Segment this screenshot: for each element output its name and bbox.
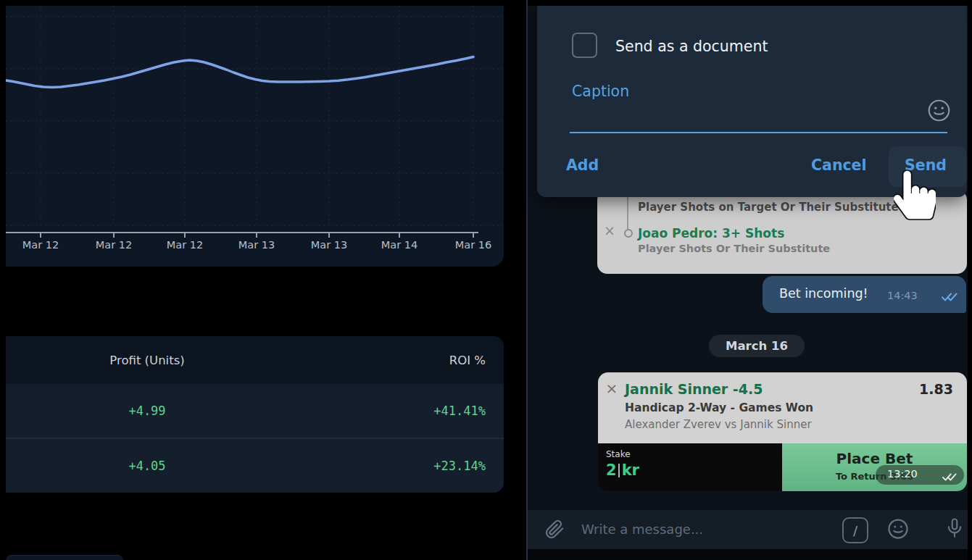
screenshot-root: Mar 12 Mar 12 Mar 12 Mar 13 Mar 13 Mar 1… [0,0,972,560]
stake-input[interactable]: 2kr [606,461,639,479]
emoji-icon[interactable] [927,99,951,125]
x-tick-label: Mar 12 [167,239,203,251]
chart-line-series [6,57,473,88]
roi-column-header: ROI % [449,336,486,384]
stake-label: Stake [606,449,631,459]
selection-odds: 1.83 [919,381,953,397]
message-time: 13:20 [887,468,918,480]
market-name: Handicap 2-Way - Games Won [625,401,813,414]
line-chart [6,6,504,267]
x-tick-label: Mar 16 [455,239,491,251]
message-time-pill: 13:20 [876,465,964,485]
message-text: Bet incoming! [779,286,868,301]
read-checks-icon [942,470,957,484]
remove-selection-icon[interactable]: × [605,382,618,395]
fixture-name: Alexander Zverev vs Jannik Sinner [625,418,812,431]
x-tick-label: Mar 14 [381,239,418,251]
bet-slip-selection-section: × Jannik Sinner -4.5 1.83 Handicap 2-Way… [598,372,967,443]
leg-subtitle: Player Shots on Target Or Their Substitu… [638,201,899,214]
bot-commands-icon[interactable]: / [842,517,868,543]
outgoing-message-bubble: Bet incoming! 14:43 [763,276,966,313]
table-row: +4.99 +41.41% [6,384,504,439]
stats-table-header: Profit (Units) ROI % [6,336,504,384]
x-tick-label: Mar 12 [22,239,59,251]
add-button[interactable]: Add [566,156,599,174]
roi-value: +23.14% [433,439,486,493]
message-time: 14:43 [887,290,918,301]
remove-leg-icon[interactable]: × [603,224,616,237]
performance-chart-card: Mar 12 Mar 12 Mar 12 Mar 13 Mar 13 Mar 1… [6,6,504,267]
x-tick-label: Mar 13 [311,239,347,251]
cancel-button[interactable]: Cancel [811,156,867,174]
emoji-icon[interactable] [887,518,909,543]
next-card-edge [6,555,123,560]
stats-table-card: Profit (Units) ROI % +4.99 +41.41% +4.05… [6,336,504,493]
checkbox-label: Send as a document [615,38,768,55]
send-as-document-checkbox[interactable] [572,33,597,58]
profit-column-header: Profit (Units) [6,336,288,384]
message-input[interactable]: Write a message... [581,522,703,537]
x-tick-label: Mar 13 [238,239,275,251]
read-checks-icon [942,291,958,304]
leg-subtitle: Player Shots Or Their Substitute [638,243,830,254]
attachment-icon[interactable] [545,519,565,542]
selection-title: Jannik Sinner -4.5 [625,381,763,397]
microphone-icon[interactable] [945,517,964,544]
roi-value: +41.41% [433,384,486,438]
x-tick-label: Mar 12 [96,239,132,251]
date-separator-chip: March 16 [709,335,805,357]
mouse-cursor-pointer [894,169,936,224]
message-composer-bar: Write a message... / [528,510,968,549]
caption-input[interactable] [570,101,947,133]
caption-label: Caption [572,83,629,100]
stake-input-section[interactable]: Stake 2kr [598,443,782,491]
profit-value: +4.99 [6,384,288,438]
stake-amount: 2 [606,461,617,479]
below-composer-area [528,549,968,560]
text-caret [618,464,620,477]
leg-marker-icon [624,229,633,238]
leg-selection-title: Joao Pedro: 3+ Shots [638,226,784,241]
bet-slip-message-card: × Jannik Sinner -4.5 1.83 Handicap 2-Way… [598,372,967,491]
profit-value: +4.05 [6,439,288,493]
stake-currency: kr [622,461,639,479]
table-row: +4.05 +23.14% [6,439,504,493]
